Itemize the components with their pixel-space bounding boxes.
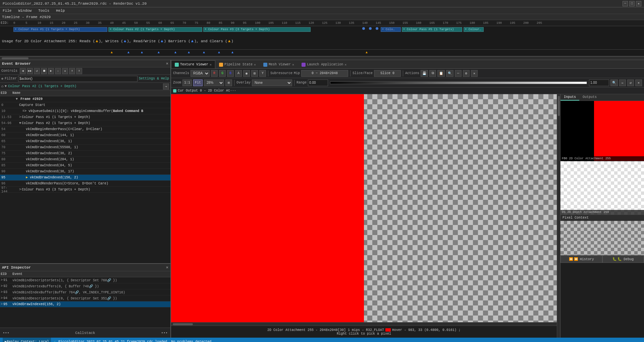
b-button[interactable]: B (227, 70, 234, 77)
row-name[interactable]: => vkQueueSubmit(1)[0]: vkBeginCommandBu… (12, 109, 170, 113)
range-gradient[interactable] (330, 81, 587, 84)
overlay-select[interactable]: None (252, 79, 292, 86)
action-paste[interactable]: 📋 (437, 70, 445, 77)
table-row[interactable]: 10 => vkQueueSubmit(1)[0]: vkBeginComman… (0, 108, 170, 114)
timeline-scrollbar[interactable] (0, 56, 644, 60)
table-row[interactable]: 96 vkCmdEndRenderPass(C=Store, D=Don't C… (0, 181, 170, 187)
table-row[interactable]: 85 vkCmdDrawIndexed(84, 5) (0, 163, 170, 169)
action-flip[interactable]: ↔ (455, 70, 462, 77)
menu-help[interactable]: Help (55, 9, 66, 13)
menu-window[interactable]: Window (17, 9, 33, 13)
fit-button[interactable]: Fit (193, 79, 203, 86)
zoom-percent-select[interactable]: 28% (204, 79, 224, 86)
action-zoom-in[interactable]: 🔍 (446, 70, 453, 77)
table-row[interactable]: 80 vkCmdDrawIndexed(204, 1) (0, 157, 170, 163)
row-name[interactable]: ► vkCmdDrawIndexed(156, 2) (12, 176, 170, 179)
row-name[interactable]: vkCmdDrawIndexed(36, 1) (12, 139, 170, 143)
range-edit[interactable]: ✏ (619, 79, 626, 86)
table-row[interactable]: 90 vkCmdDrawIndexed(36, 17) (0, 169, 170, 175)
zoom-ratio-btn[interactable]: 1:1 (182, 79, 192, 86)
expand-icon[interactable]: > (1, 278, 3, 282)
filter-input[interactable] (18, 76, 138, 82)
list-item[interactable]: >94 vkCmdBindDescriptorSets(0, { Descrip… (0, 295, 170, 301)
table-row[interactable]: 11-53 >Colour Pass #1 (1 Targets + Depth… (0, 114, 170, 120)
row-name[interactable]: vkCmdDrawIndexed(55500, 1) (12, 146, 170, 149)
tab-pipeline-state[interactable]: Pipeline State ✕ (215, 60, 260, 68)
more-left[interactable]: ••• (3, 331, 9, 335)
table-row[interactable]: 70 vkCmdDrawIndexed(55500, 1) (0, 145, 170, 151)
table-row[interactable]: 95 ► vkCmdDrawIndexed(156, 2) (0, 175, 170, 181)
star-button[interactable]: ★ (62, 68, 68, 74)
row-name[interactable]: vkCmdEndRenderPass(C=Store, D=Don't Care… (12, 182, 170, 185)
a-button[interactable]: A (235, 70, 242, 77)
timeline-passes[interactable]: + Colour Pass #1 (1 Targets + Depth) + C… (0, 26, 644, 33)
table-row[interactable]: 75 vkCmdDrawIndexed(36, 2) (0, 151, 170, 157)
zoom-expand[interactable]: ⊞ (225, 79, 232, 86)
fb0-thumbnail[interactable]: FB0 2D Color Attachment 255 (560, 101, 644, 161)
close-button[interactable]: ✕ (636, 1, 641, 6)
texture-v-scrollbar-thumb[interactable] (558, 96, 560, 116)
hdr-button[interactable]: ◉ (243, 70, 250, 77)
row-name[interactable]: vkCmdBeginRenderPass(C=Clear, D=Clear) (12, 127, 170, 131)
pass-6[interactable]: + Colour… (464, 27, 484, 32)
expand-arrow[interactable]: ▼ (5, 84, 7, 88)
scrollbar-thumb[interactable] (2, 57, 29, 59)
list-item[interactable]: >92 vkCmdBindVertexBuffers(0, { Buffer 7… (0, 283, 170, 289)
pixel-context-canvas[interactable] (560, 221, 644, 255)
tab-texture-close[interactable]: ✕ (210, 63, 212, 67)
import-button[interactable]: ⬇ (76, 68, 82, 74)
breadcrumb-button[interactable]: ⇒ (163, 83, 169, 90)
row-name[interactable]: vkCmdDrawIndexed(36, 2) (12, 152, 170, 155)
texture-h-scrollbar[interactable] (171, 322, 557, 326)
pass-1[interactable]: + Colour Pass #1 (1 Targets + Depth) (13, 27, 107, 32)
tab-mesh-close[interactable]: ✕ (292, 63, 294, 67)
api-inspector-close[interactable]: ✕ (166, 265, 168, 270)
r-button[interactable]: R (211, 70, 218, 77)
range-close[interactable]: ✕ (635, 79, 642, 86)
row-name[interactable]: vkCmdDrawIndexed(204, 1) (12, 158, 170, 161)
table-row[interactable]: 54-96 ▼Colour Pass #2 (1 Targets + Depth… (0, 120, 170, 126)
channels-select[interactable]: RGBA (191, 70, 210, 77)
table-row[interactable]: 97-144 >Colour Pass #3 (3 Targets + Dept… (0, 187, 170, 193)
more-right[interactable]: ••• (161, 331, 168, 335)
outputs-tab[interactable]: Outputs (579, 94, 600, 101)
table-row[interactable]: 60 vkCmdDrawIndexed(144, 1) (0, 132, 170, 138)
range-max-input[interactable] (589, 79, 609, 86)
list-item[interactable]: >91 vkCmdBindDescriptorSets(1, { Descrip… (0, 277, 170, 283)
back-button[interactable]: ◀ (20, 68, 26, 74)
api-table[interactable]: >91 vkCmdBindDescriptorSets(1, { Descrip… (0, 277, 170, 328)
table-row[interactable]: 0 Capture Start (0, 102, 170, 108)
inputs-tab[interactable]: Inputs (560, 94, 579, 101)
menu-tools[interactable]: Tools (37, 9, 51, 13)
refresh-button[interactable]: ↺ (34, 68, 40, 74)
action-close[interactable]: ✕ (471, 70, 478, 77)
mip-select[interactable]: 0 − 2048×2048 (301, 70, 348, 77)
row-name[interactable]: ▼ Frame #2929 (12, 97, 170, 101)
tab-texture-viewer[interactable]: Texture Viewer ✕ (171, 60, 215, 68)
g-button[interactable]: G (219, 70, 226, 77)
table-row[interactable]: ▼ Frame #2929 (0, 96, 170, 102)
row-name[interactable]: ▼Colour Pass #2 (1 Targets + Depth) (12, 121, 170, 125)
event-browser-close[interactable]: ✕ (166, 61, 168, 66)
pass-3[interactable]: + Colour Pass #3 (3 Targets + Depth) (203, 27, 311, 32)
range-min-input[interactable] (308, 79, 328, 86)
play-button[interactable]: ▶ (48, 68, 54, 74)
tab-launch-application[interactable]: Launch Application ✕ (298, 60, 350, 68)
y-button[interactable]: Y (259, 70, 266, 77)
expand-icon[interactable]: > (1, 296, 3, 300)
minimize-button[interactable]: ─ (623, 1, 628, 6)
row-name[interactable]: vkCmdDrawIndexed(36, 17) (12, 170, 170, 173)
expand-icon[interactable]: > (1, 284, 3, 288)
row-name[interactable]: >Colour Pass #3 (3 Targets + Depth) (12, 188, 170, 191)
action-copy[interactable]: ⧉ (429, 70, 436, 77)
bookmark-button[interactable]: ☆ (55, 68, 61, 74)
menu-file[interactable]: File (1, 9, 13, 13)
pass-2[interactable]: + Colour Pass #2 (1 Targets + Depth) (108, 27, 202, 32)
texture-h-scrollbar-thumb[interactable] (173, 323, 193, 325)
texture-v-scrollbar[interactable] (557, 94, 560, 338)
list-item[interactable]: >93 vkCmdBindIndexBuffer(Buffer 764🔗, VK… (0, 289, 170, 295)
grid-button[interactable]: ⊞ (251, 70, 258, 77)
table-row[interactable]: 65 vkCmdDrawIndexed(36, 1) (0, 138, 170, 145)
forward-button[interactable]: ▶▶ (27, 68, 33, 74)
stop-button[interactable]: ⏹ (41, 68, 47, 74)
